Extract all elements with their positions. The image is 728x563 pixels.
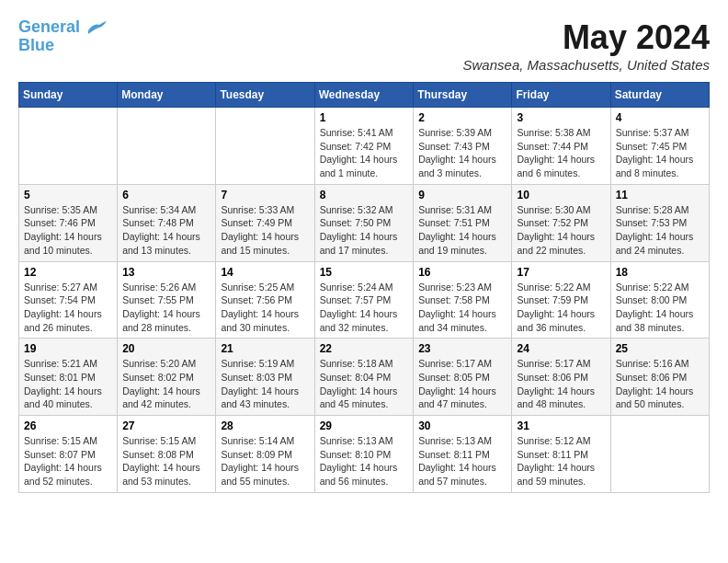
day-info: Sunrise: 5:25 AMSunset: 7:56 PMDaylight:… bbox=[221, 281, 309, 335]
calendar-cell: 3 Sunrise: 5:38 AMSunset: 7:44 PMDayligh… bbox=[512, 108, 610, 185]
calendar-cell bbox=[610, 416, 709, 493]
calendar-cell: 5 Sunrise: 5:35 AMSunset: 7:46 PMDayligh… bbox=[19, 184, 118, 261]
location: Swansea, Massachusetts, United States bbox=[463, 57, 710, 73]
calendar-cell: 11 Sunrise: 5:28 AMSunset: 7:53 PMDaylig… bbox=[610, 184, 709, 261]
calendar-cell: 16 Sunrise: 5:23 AMSunset: 7:58 PMDaylig… bbox=[414, 261, 512, 339]
calendar-cell: 6 Sunrise: 5:34 AMSunset: 7:48 PMDayligh… bbox=[118, 184, 216, 261]
day-info: Sunrise: 5:35 AMSunset: 7:46 PMDaylight:… bbox=[24, 203, 112, 258]
calendar-cell: 4 Sunrise: 5:37 AMSunset: 7:45 PMDayligh… bbox=[610, 108, 709, 185]
column-header-tuesday: Tuesday bbox=[216, 83, 314, 108]
day-info: Sunrise: 5:18 AMSunset: 8:04 PMDaylight:… bbox=[320, 357, 409, 411]
day-info: Sunrise: 5:15 AMSunset: 8:07 PMDaylight:… bbox=[24, 434, 112, 488]
day-number: 6 bbox=[122, 189, 210, 201]
day-info: Sunrise: 5:22 AMSunset: 7:59 PMDaylight:… bbox=[517, 281, 605, 335]
day-info: Sunrise: 5:15 AMSunset: 8:08 PMDaylight:… bbox=[122, 434, 210, 488]
calendar-cell: 24 Sunrise: 5:17 AMSunset: 8:06 PMDaylig… bbox=[512, 339, 610, 416]
day-number: 14 bbox=[221, 266, 309, 279]
calendar-cell: 22 Sunrise: 5:18 AMSunset: 8:04 PMDaylig… bbox=[314, 339, 414, 416]
calendar-cell: 12 Sunrise: 5:27 AMSunset: 7:54 PMDaylig… bbox=[19, 261, 118, 339]
day-info: Sunrise: 5:12 AMSunset: 8:11 PMDaylight:… bbox=[517, 434, 605, 488]
logo-line2: Blue bbox=[18, 37, 54, 55]
day-number: 13 bbox=[122, 266, 210, 279]
day-number: 5 bbox=[24, 189, 112, 201]
calendar-cell: 15 Sunrise: 5:24 AMSunset: 7:57 PMDaylig… bbox=[314, 261, 414, 339]
calendar-cell bbox=[19, 108, 118, 185]
column-header-saturday: Saturday bbox=[610, 83, 709, 108]
calendar-cell bbox=[118, 108, 216, 185]
day-number: 4 bbox=[616, 111, 704, 124]
calendar-week-2: 5 Sunrise: 5:35 AMSunset: 7:46 PMDayligh… bbox=[19, 184, 710, 261]
day-info: Sunrise: 5:31 AMSunset: 7:51 PMDaylight:… bbox=[418, 203, 506, 258]
calendar-cell: 14 Sunrise: 5:25 AMSunset: 7:56 PMDaylig… bbox=[216, 261, 314, 339]
day-number: 21 bbox=[221, 342, 309, 355]
day-number: 8 bbox=[320, 189, 409, 201]
calendar-cell: 26 Sunrise: 5:15 AMSunset: 8:07 PMDaylig… bbox=[19, 416, 118, 493]
calendar-header-row: SundayMondayTuesdayWednesdayThursdayFrid… bbox=[19, 83, 710, 108]
calendar-week-4: 19 Sunrise: 5:21 AMSunset: 8:01 PMDaylig… bbox=[19, 339, 710, 416]
day-number: 9 bbox=[418, 189, 506, 201]
calendar-cell: 10 Sunrise: 5:30 AMSunset: 7:52 PMDaylig… bbox=[512, 184, 610, 261]
calendar-cell bbox=[216, 108, 314, 185]
calendar-cell: 30 Sunrise: 5:13 AMSunset: 8:11 PMDaylig… bbox=[414, 416, 512, 493]
day-number: 15 bbox=[320, 266, 409, 279]
calendar-cell: 2 Sunrise: 5:39 AMSunset: 7:43 PMDayligh… bbox=[414, 108, 512, 185]
calendar-cell: 29 Sunrise: 5:13 AMSunset: 8:10 PMDaylig… bbox=[314, 416, 414, 493]
day-info: Sunrise: 5:23 AMSunset: 7:58 PMDaylight:… bbox=[418, 281, 506, 335]
day-info: Sunrise: 5:14 AMSunset: 8:09 PMDaylight:… bbox=[221, 434, 309, 488]
day-number: 30 bbox=[418, 419, 506, 432]
day-info: Sunrise: 5:37 AMSunset: 7:45 PMDaylight:… bbox=[616, 126, 704, 180]
day-number: 24 bbox=[517, 342, 605, 355]
logo-text: General bbox=[18, 18, 107, 37]
calendar-cell: 8 Sunrise: 5:32 AMSunset: 7:50 PMDayligh… bbox=[314, 184, 414, 261]
day-info: Sunrise: 5:27 AMSunset: 7:54 PMDaylight:… bbox=[24, 281, 112, 335]
day-info: Sunrise: 5:30 AMSunset: 7:52 PMDaylight:… bbox=[517, 203, 605, 258]
day-info: Sunrise: 5:22 AMSunset: 8:00 PMDaylight:… bbox=[616, 281, 704, 335]
calendar-cell: 17 Sunrise: 5:22 AMSunset: 7:59 PMDaylig… bbox=[512, 261, 610, 339]
day-info: Sunrise: 5:17 AMSunset: 8:05 PMDaylight:… bbox=[418, 357, 506, 411]
column-header-wednesday: Wednesday bbox=[314, 83, 414, 108]
day-number: 19 bbox=[24, 342, 112, 355]
day-info: Sunrise: 5:16 AMSunset: 8:06 PMDaylight:… bbox=[616, 357, 704, 411]
calendar-cell: 28 Sunrise: 5:14 AMSunset: 8:09 PMDaylig… bbox=[216, 416, 314, 493]
page-header: General Blue May 2024 Swansea, Massachus… bbox=[18, 18, 710, 73]
day-number: 22 bbox=[320, 342, 409, 355]
day-info: Sunrise: 5:17 AMSunset: 8:06 PMDaylight:… bbox=[517, 357, 605, 411]
calendar-cell: 20 Sunrise: 5:20 AMSunset: 8:02 PMDaylig… bbox=[118, 339, 216, 416]
calendar-cell: 31 Sunrise: 5:12 AMSunset: 8:11 PMDaylig… bbox=[512, 416, 610, 493]
day-info: Sunrise: 5:21 AMSunset: 8:01 PMDaylight:… bbox=[24, 357, 112, 411]
calendar-cell: 18 Sunrise: 5:22 AMSunset: 8:00 PMDaylig… bbox=[610, 261, 709, 339]
calendar-cell: 7 Sunrise: 5:33 AMSunset: 7:49 PMDayligh… bbox=[216, 184, 314, 261]
day-info: Sunrise: 5:13 AMSunset: 8:10 PMDaylight:… bbox=[320, 434, 409, 488]
calendar-week-3: 12 Sunrise: 5:27 AMSunset: 7:54 PMDaylig… bbox=[19, 261, 710, 339]
day-number: 16 bbox=[418, 266, 506, 279]
calendar-cell: 1 Sunrise: 5:41 AMSunset: 7:42 PMDayligh… bbox=[314, 108, 414, 185]
day-number: 28 bbox=[221, 419, 309, 432]
day-number: 26 bbox=[24, 419, 112, 432]
day-info: Sunrise: 5:24 AMSunset: 7:57 PMDaylight:… bbox=[320, 281, 409, 335]
day-info: Sunrise: 5:32 AMSunset: 7:50 PMDaylight:… bbox=[320, 203, 409, 258]
day-number: 2 bbox=[418, 111, 506, 124]
day-info: Sunrise: 5:26 AMSunset: 7:55 PMDaylight:… bbox=[122, 281, 210, 335]
column-header-thursday: Thursday bbox=[414, 83, 512, 108]
month-title: May 2024 bbox=[463, 18, 710, 57]
calendar-cell: 13 Sunrise: 5:26 AMSunset: 7:55 PMDaylig… bbox=[118, 261, 216, 339]
calendar-cell: 27 Sunrise: 5:15 AMSunset: 8:08 PMDaylig… bbox=[118, 416, 216, 493]
calendar-week-1: 1 Sunrise: 5:41 AMSunset: 7:42 PMDayligh… bbox=[19, 108, 710, 185]
day-number: 7 bbox=[221, 189, 309, 201]
calendar-cell: 9 Sunrise: 5:31 AMSunset: 7:51 PMDayligh… bbox=[414, 184, 512, 261]
day-number: 25 bbox=[616, 342, 704, 355]
calendar-table: SundayMondayTuesdayWednesdayThursdayFrid… bbox=[18, 82, 710, 493]
day-number: 23 bbox=[418, 342, 506, 355]
day-number: 1 bbox=[320, 111, 409, 124]
day-number: 20 bbox=[122, 342, 210, 355]
day-number: 10 bbox=[517, 189, 605, 201]
column-header-monday: Monday bbox=[118, 83, 216, 108]
day-info: Sunrise: 5:13 AMSunset: 8:11 PMDaylight:… bbox=[418, 434, 506, 488]
day-number: 3 bbox=[517, 111, 605, 124]
logo: General Blue bbox=[18, 18, 107, 55]
day-info: Sunrise: 5:28 AMSunset: 7:53 PMDaylight:… bbox=[616, 203, 704, 258]
day-number: 29 bbox=[320, 419, 409, 432]
column-header-friday: Friday bbox=[512, 83, 610, 108]
calendar-cell: 21 Sunrise: 5:19 AMSunset: 8:03 PMDaylig… bbox=[216, 339, 314, 416]
calendar-cell: 19 Sunrise: 5:21 AMSunset: 8:01 PMDaylig… bbox=[19, 339, 118, 416]
